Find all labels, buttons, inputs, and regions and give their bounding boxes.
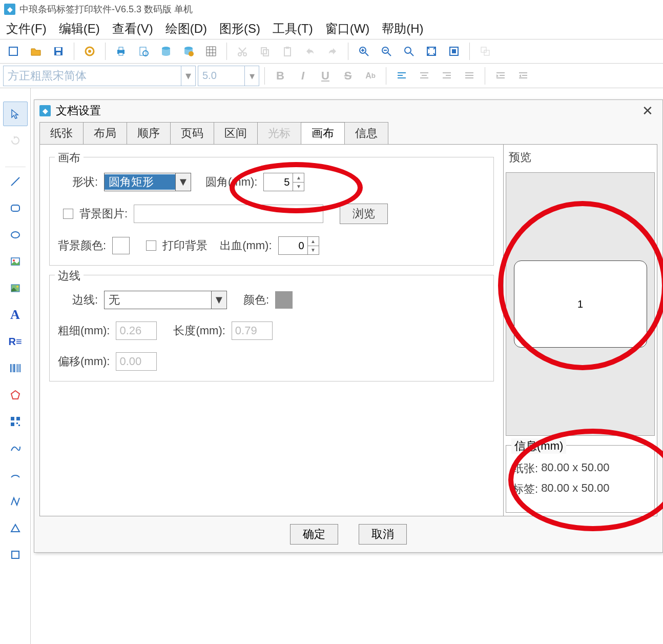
- menu-tools[interactable]: 工具(T): [273, 21, 313, 37]
- thickness-input: 0.26: [116, 321, 157, 340]
- bleed-value[interactable]: [279, 237, 307, 254]
- superscript-icon[interactable]: Ab: [360, 66, 381, 86]
- menu-file[interactable]: 文件(F): [6, 21, 47, 37]
- database-icon[interactable]: [156, 42, 176, 61]
- fit-width-icon[interactable]: [444, 42, 464, 61]
- tab-info[interactable]: 信息: [344, 122, 388, 144]
- ellipse-tool-icon[interactable]: [3, 223, 28, 247]
- align-justify-icon[interactable]: [459, 66, 480, 86]
- layers-icon[interactable]: [475, 42, 495, 61]
- tabstrip: 纸张 布局 顺序 页码 区间 光标 画布 信息: [34, 122, 662, 144]
- svg-point-68: [16, 286, 18, 288]
- line-tool-icon[interactable]: [3, 169, 28, 194]
- pointer-tool-icon[interactable]: [3, 102, 28, 126]
- grid-icon[interactable]: [201, 42, 221, 61]
- spin-down-icon[interactable]: ▼: [308, 246, 319, 255]
- tab-page[interactable]: 页码: [170, 122, 214, 144]
- bgimg-checkbox[interactable]: [63, 209, 73, 219]
- spin-up-icon[interactable]: ▲: [293, 173, 304, 183]
- italic-icon[interactable]: I: [293, 66, 313, 86]
- undo-icon[interactable]: [300, 42, 320, 61]
- print-preview-icon[interactable]: [133, 42, 154, 61]
- close-icon[interactable]: ✕: [638, 103, 657, 119]
- menu-help[interactable]: 帮助(H): [382, 21, 423, 37]
- svg-rect-70: [12, 364, 12, 372]
- new-doc-icon[interactable]: [3, 42, 24, 61]
- bgimg-path-input[interactable]: [134, 205, 323, 223]
- zoom-in-icon[interactable]: [354, 42, 374, 61]
- svg-rect-73: [17, 364, 18, 372]
- spin-up-icon[interactable]: ▲: [308, 237, 319, 246]
- align-center-icon[interactable]: [414, 66, 434, 86]
- border-color-swatch[interactable]: [275, 291, 293, 309]
- printbg-checkbox[interactable]: [146, 240, 156, 251]
- fit-page-icon[interactable]: [421, 42, 442, 61]
- gear-icon[interactable]: [79, 42, 100, 61]
- chevron-down-icon[interactable]: ▾: [244, 66, 259, 86]
- tab-paper[interactable]: 纸张: [39, 122, 84, 144]
- open-icon[interactable]: [26, 42, 46, 61]
- arc-tool-icon[interactable]: [3, 462, 28, 487]
- richtext-tool-icon[interactable]: R≡: [3, 329, 28, 354]
- outdent-icon[interactable]: [513, 66, 533, 86]
- chevron-down-icon[interactable]: ▾: [181, 66, 195, 86]
- menu-edit[interactable]: 编辑(E): [59, 21, 100, 37]
- cut-icon[interactable]: [232, 42, 253, 61]
- corner-value[interactable]: [264, 173, 293, 191]
- font-name-select[interactable]: 方正粗黑宋简体 ▾: [3, 66, 196, 86]
- border-combo[interactable]: 无 ▼: [104, 291, 227, 309]
- rounded-rect-tool-icon[interactable]: [3, 196, 28, 220]
- corner-spinner[interactable]: ▲▼: [263, 173, 304, 191]
- info-paper-label: 纸张:: [512, 461, 538, 476]
- underline-icon[interactable]: U: [315, 66, 336, 86]
- font-size-select[interactable]: 5.0 ▾: [198, 66, 259, 86]
- indent-icon[interactable]: [490, 66, 511, 86]
- tab-range[interactable]: 区间: [214, 122, 258, 144]
- database-gear-icon[interactable]: [178, 42, 199, 61]
- triangle-tool-icon[interactable]: [3, 516, 28, 540]
- image-tool-icon[interactable]: [3, 249, 28, 274]
- menu-view[interactable]: 查看(V): [112, 21, 153, 37]
- tab-canvas[interactable]: 画布: [301, 122, 345, 144]
- tab-order[interactable]: 顺序: [127, 122, 171, 144]
- shape-tool-icon[interactable]: [3, 542, 28, 567]
- paste-icon[interactable]: [277, 42, 298, 61]
- spin-down-icon[interactable]: ▼: [293, 183, 304, 191]
- copy-icon[interactable]: [255, 42, 275, 61]
- chevron-down-icon[interactable]: ▼: [211, 291, 226, 309]
- tab-layout[interactable]: 布局: [83, 122, 127, 144]
- menu-draw[interactable]: 绘图(D): [165, 21, 207, 37]
- svg-rect-69: [10, 364, 11, 372]
- rotate-tool-icon[interactable]: [3, 128, 28, 153]
- barcode-tool-icon[interactable]: [3, 356, 28, 380]
- svg-line-31: [365, 53, 368, 56]
- text-tool-icon[interactable]: A: [3, 303, 28, 327]
- qrcode-tool-icon[interactable]: [3, 409, 28, 434]
- svg-rect-80: [12, 551, 19, 558]
- chevron-down-icon[interactable]: ▼: [175, 173, 191, 191]
- zoom-icon[interactable]: [399, 42, 419, 61]
- align-right-icon[interactable]: [437, 66, 457, 86]
- bezier-tool-icon[interactable]: [3, 489, 28, 514]
- menu-shape[interactable]: 图形(S): [219, 21, 260, 37]
- zoom-out-icon[interactable]: [376, 42, 397, 61]
- svg-point-5: [88, 50, 91, 53]
- cancel-button[interactable]: 取消: [359, 524, 407, 545]
- menu-window[interactable]: 窗口(W): [325, 21, 370, 37]
- canvas-group-title: 画布: [55, 150, 84, 166]
- bleed-spinner[interactable]: ▲▼: [278, 236, 319, 255]
- strike-icon[interactable]: S: [338, 66, 358, 86]
- align-left-icon[interactable]: [391, 66, 412, 86]
- curve-tool-icon[interactable]: [3, 436, 28, 460]
- shape-combo[interactable]: 圆角矩形 ▼: [104, 173, 191, 191]
- bgcolor-swatch[interactable]: [112, 237, 130, 254]
- redo-icon[interactable]: [322, 42, 343, 61]
- ok-button[interactable]: 确定: [290, 524, 338, 545]
- picture-tool-icon[interactable]: [3, 276, 28, 300]
- polygon-tool-icon[interactable]: [3, 383, 28, 407]
- save-icon[interactable]: [48, 42, 69, 61]
- info-group: 信息(mm) 纸张: 80.00 x 50.00 标签: 80.00 x 50.…: [506, 445, 655, 513]
- browse-button[interactable]: 浏览: [340, 204, 388, 224]
- bold-icon[interactable]: B: [270, 66, 291, 86]
- print-icon[interactable]: [111, 42, 131, 61]
